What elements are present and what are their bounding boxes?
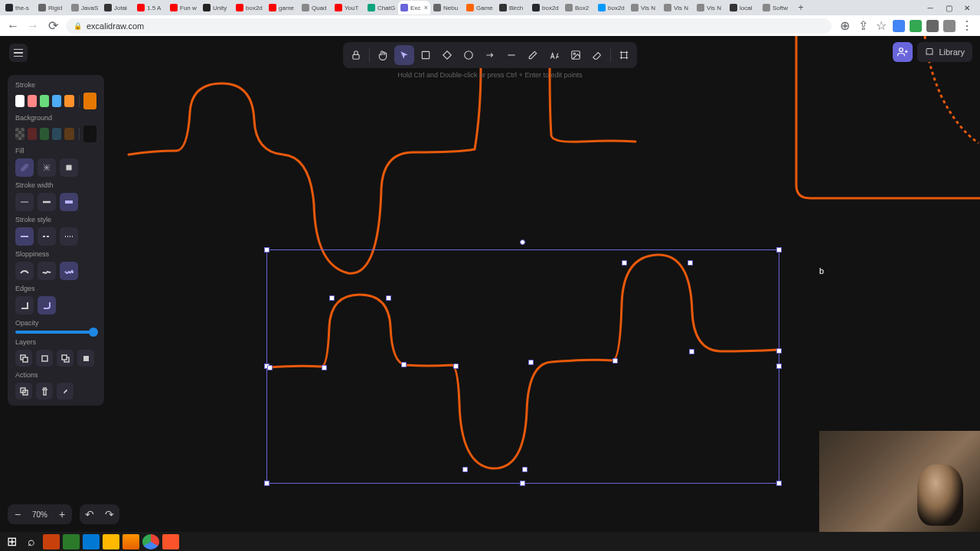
layer-forward[interactable]	[57, 350, 74, 367]
path-node[interactable]	[401, 362, 407, 367]
browser-tab[interactable]: 1.5 A	[135, 1, 167, 15]
edges-sharp[interactable]	[15, 296, 34, 315]
browser-tab[interactable]: local	[727, 1, 760, 15]
browser-tab[interactable]: Fun w	[168, 1, 200, 15]
edges-round[interactable]	[38, 296, 56, 315]
strokewidth-thick[interactable]	[60, 193, 78, 211]
taskbar-brave[interactable]	[162, 534, 179, 549]
nav-forward[interactable]: →	[26, 19, 40, 33]
extension-2[interactable]	[910, 20, 922, 32]
strokestyle-dotted[interactable]	[60, 227, 78, 246]
resize-handle-nw[interactable]	[264, 247, 270, 253]
stroke-color-swatch[interactable]	[28, 95, 37, 107]
tool-line[interactable]	[501, 45, 521, 65]
stroke-color-swatch[interactable]	[15, 95, 24, 107]
extension-4[interactable]	[943, 20, 956, 32]
zoom-value[interactable]: 70%	[28, 510, 52, 519]
path-node[interactable]	[622, 260, 627, 266]
share-icon[interactable]: ⇪	[856, 19, 870, 33]
tool-diamond[interactable]	[437, 45, 457, 65]
resize-handle-ne[interactable]	[776, 247, 782, 253]
browser-tab[interactable]: box2d	[530, 1, 562, 15]
tool-arrow[interactable]	[480, 45, 500, 65]
taskbar-explorer[interactable]	[103, 534, 119, 549]
strokewidth-thin[interactable]	[15, 193, 34, 211]
fill-solid[interactable]	[60, 158, 78, 177]
browser-tab[interactable]: game	[266, 1, 299, 15]
tool-eraser[interactable]	[587, 45, 607, 65]
browser-tab[interactable]: Unity	[201, 1, 233, 15]
path-node[interactable]	[689, 349, 694, 354]
bookmark-icon[interactable]: ☆	[874, 19, 888, 33]
search-button[interactable]: ⌕	[23, 534, 40, 549]
taskbar-app-1[interactable]	[43, 534, 60, 549]
action-link[interactable]	[57, 383, 74, 399]
bg-color-swatch[interactable]	[52, 128, 61, 140]
path-node[interactable]	[386, 295, 391, 301]
taskbar-app-2[interactable]	[63, 534, 80, 549]
resize-handle-s[interactable]	[520, 481, 525, 486]
bg-color-swatch[interactable]	[28, 128, 37, 140]
new-tab-button[interactable]: +	[793, 1, 808, 15]
start-button[interactable]: ⊞	[3, 534, 20, 549]
path-node[interactable]	[329, 295, 335, 301]
extension-1[interactable]	[893, 20, 905, 32]
path-node[interactable]	[612, 358, 618, 364]
path-node[interactable]	[267, 365, 273, 370]
zoom-out[interactable]: −	[8, 504, 28, 524]
stroke-color-swatch[interactable]	[52, 95, 61, 107]
zoom-in[interactable]: +	[52, 504, 72, 524]
path-node[interactable]	[688, 260, 693, 266]
resize-handle-e[interactable]	[776, 364, 782, 369]
main-menu-button[interactable]	[9, 44, 28, 62]
tool-lock[interactable]	[346, 45, 366, 65]
url-input[interactable]: 🔒 excalidraw.com	[66, 18, 831, 34]
rotate-handle[interactable]	[520, 240, 525, 245]
install-icon[interactable]: ⊕	[838, 19, 851, 33]
layer-backward[interactable]	[36, 350, 53, 367]
fill-hachure[interactable]	[15, 158, 34, 177]
bg-color-swatch[interactable]	[64, 128, 74, 140]
action-duplicate[interactable]	[15, 383, 32, 399]
bg-color-current[interactable]	[83, 126, 96, 142]
browser-tab[interactable]: Rigid	[36, 1, 68, 15]
tool-hand[interactable]	[373, 45, 393, 65]
taskbar-firefox[interactable]	[122, 534, 139, 549]
path-node[interactable]	[528, 360, 534, 365]
browser-tab[interactable]: Game	[464, 1, 496, 15]
library-button[interactable]: Library	[917, 42, 972, 62]
tool-ellipse[interactable]	[459, 45, 479, 65]
tool-text[interactable]	[544, 45, 564, 65]
tool-select[interactable]	[394, 45, 414, 65]
window-minimize[interactable]: ─	[925, 2, 936, 13]
stroke-color-current[interactable]	[83, 93, 96, 109]
path-node[interactable]	[522, 467, 528, 472]
browser-tab[interactable]: YouT	[332, 1, 364, 15]
path-node[interactable]	[776, 348, 782, 354]
browser-tab[interactable]: the-s	[3, 1, 35, 15]
browser-tab[interactable]: Jotai	[102, 1, 134, 15]
browser-tab[interactable]: Nebu	[431, 1, 463, 15]
browser-tab[interactable]: Exc×	[398, 1, 430, 15]
browser-tab[interactable]: Quad	[299, 1, 332, 15]
stroke-color-swatch[interactable]	[40, 95, 49, 107]
strokestyle-dashed[interactable]	[38, 227, 56, 246]
window-maximize[interactable]: ▢	[943, 2, 954, 13]
opacity-thumb[interactable]	[89, 328, 98, 337]
tool-frame[interactable]	[614, 45, 634, 65]
stroke-color-swatch[interactable]	[64, 95, 74, 107]
browser-tab[interactable]: Birch	[497, 1, 529, 15]
browser-tab[interactable]: JavaS	[69, 1, 101, 15]
sloppiness-cartoonist[interactable]	[60, 262, 78, 280]
path-node[interactable]	[453, 364, 459, 369]
opacity-slider[interactable]	[15, 331, 96, 334]
browser-tab[interactable]: Vis N	[662, 1, 694, 15]
taskbar-vscode[interactable]	[83, 534, 100, 549]
browser-tab[interactable]: box2d	[234, 1, 266, 15]
chrome-menu[interactable]: ⋮	[960, 19, 974, 33]
fill-cross[interactable]	[38, 158, 56, 177]
sloppiness-artist[interactable]	[38, 262, 56, 280]
selection-box[interactable]	[266, 249, 779, 484]
nav-reload[interactable]: ⟳	[46, 19, 60, 33]
browser-tab[interactable]: ChatG	[365, 1, 397, 15]
